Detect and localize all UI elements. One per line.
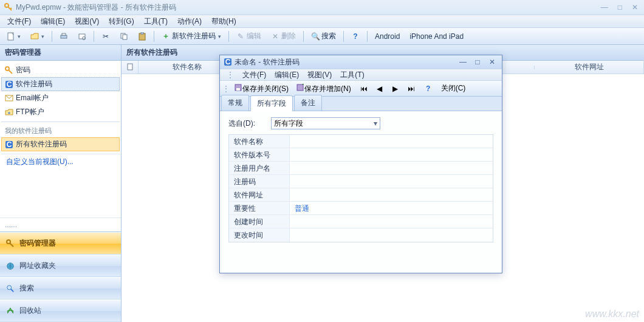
select-from-combo[interactable]: 所有字段 ▾: [271, 117, 380, 129]
acc-recycle[interactable]: 回收站: [0, 300, 121, 322]
acc-password-manager[interactable]: 密码管理器: [0, 232, 121, 255]
svg-rect-11: [141, 32, 143, 34]
new-doc-button[interactable]: ▾: [2, 30, 25, 43]
tab-all-fields[interactable]: 所有字段: [250, 95, 293, 111]
sidebar-accordion: 密码管理器 网址收藏夹 搜索 回收站: [0, 231, 121, 322]
menu-goto[interactable]: 转到(G): [105, 15, 137, 28]
print-preview-button[interactable]: [74, 30, 91, 43]
mail-icon: [5, 94, 13, 103]
cut-button[interactable]: ✂: [97, 30, 114, 43]
nav-next-button[interactable]: ▶: [388, 83, 403, 94]
acc-search[interactable]: 搜索: [0, 277, 121, 300]
field-value[interactable]: [290, 228, 493, 242]
sidebar-item-ftp[interactable]: FTP帐户: [1, 105, 120, 119]
help-button[interactable]: ?: [347, 30, 364, 43]
sidebar-sub-header: 我的软件注册码: [1, 125, 120, 137]
minimize-button[interactable]: —: [598, 3, 611, 12]
field-row: 重要性普通: [229, 202, 493, 215]
acc-label: 搜索: [19, 283, 34, 293]
search-label: 搜索: [321, 31, 336, 41]
field-value[interactable]: [290, 215, 493, 228]
svg-text:C: C: [7, 140, 12, 149]
acc-favorites[interactable]: 网址收藏夹: [0, 255, 121, 277]
svg-text:C: C: [7, 80, 12, 89]
svg-line-20: [10, 243, 13, 247]
save-close-button[interactable]: 保存并关闭(S): [231, 82, 292, 95]
dialog-regcode: C 未命名 - 软件注册码 — □ ✕ ⋮ 文件(F) 编辑(E) 视图(V) …: [219, 55, 502, 273]
c-badge-icon: C: [224, 58, 232, 66]
edit-button[interactable]: ✎编辑: [232, 29, 265, 44]
last-icon: ⏭: [407, 84, 416, 93]
android-label: Android: [375, 32, 400, 41]
tab-remark[interactable]: 备注: [294, 95, 322, 111]
first-icon: ⏮: [360, 84, 368, 93]
nav-first-button[interactable]: ⏮: [357, 83, 371, 94]
svg-rect-24: [128, 64, 132, 70]
sidebar-item-password[interactable]: 密码: [1, 63, 120, 77]
sidebar-item-regcode[interactable]: C 软件注册码: [1, 77, 120, 91]
field-value[interactable]: 普通: [290, 202, 493, 214]
field-row: 软件名称: [229, 135, 493, 148]
save-icon: [234, 83, 242, 92]
maximize-button[interactable]: □: [615, 3, 625, 12]
dialog-minimize-button[interactable]: —: [457, 58, 469, 66]
field-value[interactable]: [290, 175, 493, 188]
android-button[interactable]: Android: [371, 30, 404, 43]
help-icon: ?: [351, 32, 360, 41]
dialog-menu-file[interactable]: 文件(F): [239, 69, 269, 81]
menu-edit[interactable]: 编辑(E): [37, 15, 69, 28]
search-button[interactable]: 🔍搜索: [307, 29, 340, 44]
close-button[interactable]: ✕: [629, 3, 640, 12]
menubar: 文件(F) 编辑(E) 视图(V) 转到(G) 工具(T) 动作(A) 帮助(H…: [0, 15, 644, 28]
col-icon[interactable]: [122, 61, 139, 74]
iphone-button[interactable]: iPhone And iPad: [405, 30, 468, 43]
dialog-close-button[interactable]: ✕: [486, 58, 498, 66]
field-value[interactable]: [290, 135, 493, 148]
svg-line-13: [9, 70, 12, 74]
svg-rect-4: [61, 35, 67, 38]
menu-action[interactable]: 动作(A): [174, 15, 205, 28]
dialog-menubar: ⋮ 文件(F) 编辑(E) 视图(V) 工具(T): [220, 69, 502, 81]
svg-line-23: [11, 289, 13, 291]
dialog-maximize-button[interactable]: □: [471, 58, 484, 66]
menu-tools[interactable]: 工具(T): [140, 15, 171, 28]
next-icon: ▶: [391, 84, 400, 93]
sidebar-item-email[interactable]: Email帐户: [1, 91, 120, 105]
toolbar: ▾ ▾ ✂ ＋新软件注册码▾ ✎编辑 ✕删除 🔍搜索 ? Android iPh…: [0, 28, 644, 45]
sidebar-item-label: Email帐户: [16, 93, 49, 103]
field-value[interactable]: [290, 148, 493, 161]
dialog-close-toolbar-button[interactable]: 关闭(C): [438, 82, 469, 95]
titlebar: MyPwd.epmw - 效能密码管理器 - 所有软件注册码 — □ ✕: [0, 0, 644, 15]
sidebar-item-label: 软件注册码: [16, 79, 52, 89]
sidebar-item-all-regcode[interactable]: C 所有软件注册码: [1, 137, 120, 151]
col-software-url[interactable]: 软件网址: [535, 60, 644, 74]
dialog-menu-view[interactable]: 视图(V): [304, 69, 335, 81]
dialog-help-button[interactable]: ?: [421, 83, 436, 94]
help-icon: ?: [424, 84, 433, 93]
field-value[interactable]: [290, 188, 493, 201]
dialog-menu-edit[interactable]: 编辑(E): [272, 69, 302, 81]
new-code-button[interactable]: ＋新软件注册码▾: [157, 29, 225, 44]
open-button[interactable]: ▾: [26, 30, 49, 43]
folder-open-icon: [30, 32, 39, 41]
field-value[interactable]: [290, 162, 493, 174]
copy-button[interactable]: [115, 30, 132, 43]
menu-view[interactable]: 视图(V): [71, 15, 103, 28]
dialog-menu-tools[interactable]: 工具(T): [337, 69, 367, 81]
edit-label: 编辑: [247, 31, 261, 41]
field-row: 软件版本号: [229, 148, 493, 162]
delete-button[interactable]: ✕删除: [267, 29, 300, 44]
tab-general[interactable]: 常规: [221, 95, 249, 111]
custom-view-link[interactable]: 自定义当前视图(U)...: [1, 154, 120, 170]
save-add-button[interactable]: +保存并增加(N): [293, 82, 354, 95]
nav-prev-button[interactable]: ◀: [372, 83, 387, 94]
nav-last-button[interactable]: ⏭: [404, 83, 419, 94]
field-label: 软件网址: [229, 188, 290, 201]
save-add-label: 保存并增加(N): [304, 84, 351, 93]
menu-help[interactable]: 帮助(H): [208, 15, 240, 28]
menu-file[interactable]: 文件(F): [4, 15, 35, 28]
paste-button[interactable]: [134, 30, 151, 43]
print-button[interactable]: [55, 30, 72, 43]
sidebar-dots: ......: [0, 218, 121, 231]
field-label: 注册用户名: [229, 162, 290, 174]
